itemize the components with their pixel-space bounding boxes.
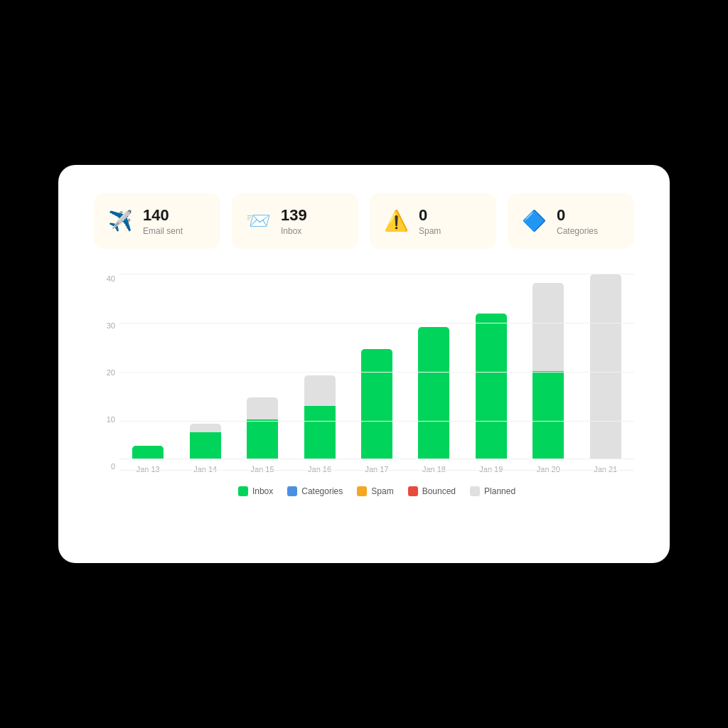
y-label-20: 20 [94, 368, 115, 377]
stat-number-categories: 0 [557, 206, 598, 225]
stat-icon-email-sent: ✈️ [108, 211, 133, 231]
bar-group-Jan-15 [234, 274, 291, 459]
bar-stack-Jan-14 [190, 424, 221, 459]
stat-label-inbox: Inbox [281, 226, 307, 236]
legend-dot-planned [470, 486, 480, 496]
stats-row: ✈️ 140 Email sent 📨 139 Inbox ⚠️ 0 Spam … [94, 193, 634, 249]
y-label-10: 10 [94, 415, 115, 424]
bar-inbox-Jan-13 [132, 446, 164, 459]
y-label-30: 30 [94, 321, 115, 330]
stat-icon-spam: ⚠️ [384, 211, 409, 231]
stat-card-inbox: 📨 139 Inbox [232, 193, 358, 249]
y-label-0: 0 [94, 462, 115, 471]
legend-label-bounced: Bounced [422, 486, 456, 496]
bar-group-Jan-20 [520, 274, 577, 459]
bar-stack-Jan-19 [476, 314, 507, 459]
bar-inbox-Jan-17 [361, 349, 392, 459]
x-labels: Jan 13Jan 14Jan 15Jan 16Jan 17Jan 18Jan … [119, 465, 634, 473]
legend-dot-categories [287, 486, 297, 496]
stat-label-spam: Spam [419, 226, 441, 236]
legend-dot-bounced [408, 486, 418, 496]
bar-planned-Jan-16 [304, 375, 336, 406]
legend-label-spam: Spam [371, 486, 393, 496]
y-label-40: 40 [94, 274, 115, 283]
bar-inbox-Jan-20 [532, 371, 564, 459]
stat-info-spam: 0 Spam [419, 206, 441, 236]
legend-dot-inbox [238, 486, 248, 496]
x-label-Jan-21: Jan 21 [577, 465, 634, 473]
stat-card-categories: 🔷 0 Categories [508, 193, 634, 249]
legend-label-inbox: Inbox [252, 486, 273, 496]
stat-label-email-sent: Email sent [143, 226, 183, 236]
stat-info-categories: 0 Categories [557, 206, 598, 236]
bar-inbox-Jan-14 [190, 432, 221, 459]
dashboard-card: ✈️ 140 Email sent 📨 139 Inbox ⚠️ 0 Spam … [58, 165, 670, 563]
bar-inbox-Jan-16 [304, 406, 336, 459]
bar-stack-Jan-17 [361, 349, 392, 459]
bar-group-Jan-14 [176, 274, 233, 459]
stat-card-email-sent: ✈️ 140 Email sent [94, 193, 220, 249]
stat-icon-inbox: 📨 [246, 211, 271, 231]
bar-group-Jan-17 [348, 274, 405, 459]
bar-stack-Jan-15 [247, 397, 278, 459]
bar-stack-Jan-13 [132, 446, 164, 459]
bar-stack-Jan-18 [418, 327, 449, 459]
stat-number-inbox: 139 [281, 206, 307, 225]
x-label-Jan-15: Jan 15 [234, 465, 291, 473]
stat-info-email-sent: 140 Email sent [143, 206, 183, 236]
bar-planned-Jan-15 [247, 397, 278, 419]
bar-planned-Jan-20 [532, 283, 564, 371]
x-label-Jan-13: Jan 13 [119, 465, 176, 473]
bar-group-Jan-21 [577, 274, 634, 459]
bar-inbox-Jan-15 [247, 419, 278, 459]
x-label-Jan-14: Jan 14 [176, 465, 233, 473]
bar-stack-Jan-16 [304, 375, 336, 459]
legend-label-planned: Planned [484, 486, 515, 496]
bar-group-Jan-13 [119, 274, 176, 459]
x-label-Jan-17: Jan 17 [348, 465, 405, 473]
bars-container [119, 274, 634, 459]
legend-item-bounced: Bounced [408, 486, 456, 496]
stat-number-email-sent: 140 [143, 206, 183, 225]
stat-number-spam: 0 [419, 206, 441, 225]
stat-info-inbox: 139 Inbox [281, 206, 307, 236]
x-label-Jan-19: Jan 19 [463, 465, 520, 473]
x-label-Jan-20: Jan 20 [520, 465, 577, 473]
chart-area: 010203040 Jan 13Jan 14Jan 15Jan 16Jan 17… [94, 274, 634, 496]
bar-inbox-Jan-18 [418, 327, 449, 459]
x-label-Jan-18: Jan 18 [405, 465, 462, 473]
bar-stack-Jan-21 [590, 274, 621, 459]
stat-label-categories: Categories [557, 226, 598, 236]
legend-item-inbox: Inbox [238, 486, 273, 496]
bar-planned-Jan-21 [590, 274, 621, 459]
stat-card-spam: ⚠️ 0 Spam [370, 193, 496, 249]
legend-item-spam: Spam [357, 486, 393, 496]
stat-icon-categories: 🔷 [522, 211, 547, 231]
bar-group-Jan-16 [291, 274, 348, 459]
legend-dot-spam [357, 486, 367, 496]
bar-planned-Jan-14 [190, 424, 221, 432]
legend-label-categories: Categories [301, 486, 343, 496]
legend-item-categories: Categories [287, 486, 343, 496]
legend-item-planned: Planned [470, 486, 515, 496]
bar-stack-Jan-20 [532, 283, 564, 459]
x-label-Jan-16: Jan 16 [291, 465, 348, 473]
chart-legend: Inbox Categories Spam Bounced Planned [119, 486, 634, 496]
bar-group-Jan-18 [405, 274, 462, 459]
bar-group-Jan-19 [463, 274, 520, 459]
y-axis: 010203040 [94, 274, 115, 471]
bar-inbox-Jan-19 [476, 314, 507, 459]
